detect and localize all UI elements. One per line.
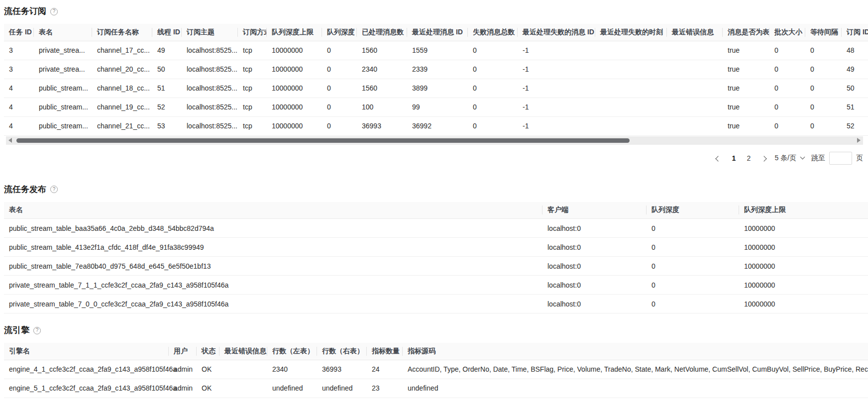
table-cell: 1560 [357,41,407,60]
table-cell: undefined [317,379,367,398]
table-cell: 49 [842,60,868,79]
chevron-right-icon [761,156,767,161]
table-cell: 0 [647,276,739,295]
table-cell: 1560 [357,79,407,98]
table-cell: AccountID, Type, OrderNo, Date, Time, BS… [403,360,868,379]
column-header: 行数（右表） [317,343,367,360]
table-cell: tcp [238,79,267,98]
horizontal-scrollbar[interactable] [6,136,863,145]
table-cell: 2340 [267,360,317,379]
table-cell: 99 [407,98,468,116]
table-cell: public_stream... [34,116,92,135]
column-header: 订阅任务名称 [92,24,152,41]
table-cell: 2339 [407,60,468,79]
table-cell: 52 [152,98,182,116]
column-header: 表名 [34,24,92,41]
table-cell: channel_17_cc... [92,41,152,60]
section-title-text: 流任务发布 [4,183,46,196]
engines-table-header-row: 引擎名用户状态最近错误信息行数（左表）行数（右表）指标数量指标源码 [4,343,868,360]
table-cell: 3899 [407,79,468,98]
table-cell: 0 [805,41,842,60]
table-cell: 0 [322,79,357,98]
table-row: 4public_stream...channel_18_cc...51local… [4,79,868,98]
table-cell: channel_18_cc... [92,79,152,98]
column-header: 订阅 ID [842,24,868,41]
column-header: 队列深度 [647,202,739,219]
table-cell: 4 [4,98,34,116]
scroll-right-icon[interactable] [857,138,861,143]
table-cell: 36992 [407,116,468,135]
question-circle-icon[interactable]: ? [33,327,41,334]
table-cell: 2340 [357,60,407,79]
table-cell: 0 [769,41,805,60]
table-cell: undefined [267,379,317,398]
table-cell: private_strea... [34,41,92,60]
table-cell [667,60,723,79]
table-cell: 10000000 [267,98,322,116]
table-cell: 36993 [317,360,367,379]
subscription-table: 任务 ID表名订阅任务名称线程 ID订阅主题订阅方式队列深度上限队列深度已处理消… [4,24,868,136]
table-cell: 10000000 [739,238,868,257]
column-header: 等待间隔 [805,24,842,41]
column-header: 引擎名 [4,343,169,360]
chevron-left-icon [716,156,721,161]
table-cell: localhost:0 [542,295,647,313]
prev-page-button[interactable] [715,154,723,162]
table-cell: 10000000 [267,79,322,98]
table-cell: 10000000 [739,219,868,238]
table-cell: localhost:0 [542,219,647,238]
table-cell: 3 [4,41,34,60]
publish-table-header-row: 表名客户端队列深度队列深度上限 [4,202,868,219]
page-jump: 跳至 页 [811,152,863,165]
pagination: 1 2 5 条/页 跳至 页 [4,151,868,165]
table-cell: 0 [769,116,805,135]
publish-table-container: 表名客户端队列深度队列深度上限 public_stream_table_baa3… [4,202,868,314]
table-row: 3private_strea...channel_17_cc...49local… [4,41,868,60]
column-header: 订阅方式 [238,24,267,41]
table-row: 4public_stream...channel_21_cc...53local… [4,116,868,135]
table-cell: 0 [322,116,357,135]
horizontal-scrollbar-thumb[interactable] [16,138,630,143]
table-cell [595,116,667,135]
jump-page-input[interactable] [829,152,852,165]
section-stream-engines: 流引擎 ? 引擎名用户状态最近错误信息行数（左表）行数（右表）指标数量指标源码 … [4,324,868,398]
page-button-1[interactable]: 1 [730,154,738,162]
table-cell: 0 [647,295,739,313]
table-cell: 3 [4,60,34,79]
next-page-button[interactable] [760,154,767,162]
table-cell: 24 [367,360,403,379]
table-cell: 0 [769,79,805,98]
page-size-select[interactable]: 5 条/页 [774,154,804,163]
table-cell: 51 [152,79,182,98]
table-cell: tcp [238,116,267,135]
page-button-2[interactable]: 2 [745,154,753,162]
column-header: 客户端 [542,202,647,219]
table-cell: 48 [842,41,868,60]
column-header: 表名 [4,202,542,219]
table-cell: private_strea... [34,60,92,79]
table-cell: engine_5_1_ccfe3c2f_ccaa_2fa9_c143_a958f… [4,379,169,398]
table-cell: public_stream... [34,98,92,116]
question-circle-icon[interactable]: ? [50,186,58,193]
table-cell [667,98,723,116]
table-cell: 50 [152,60,182,79]
table-row: public_stream_table_413e2f1a_cfdc_418f_d… [4,238,868,257]
question-circle-icon[interactable]: ? [50,8,58,15]
table-cell: true [723,41,769,60]
table-cell: 0 [322,41,357,60]
scroll-left-icon[interactable] [8,138,12,143]
table-cell: public_stream_table_413e2f1a_cfdc_418f_d… [4,238,542,257]
table-cell [667,79,723,98]
table-cell [595,79,667,98]
table-cell: true [723,116,769,135]
column-header: 任务 ID [4,24,34,41]
section-title-text: 流引擎 [4,324,29,337]
table-cell: channel_21_cc... [92,116,152,135]
table-cell: 10000000 [267,41,322,60]
table-cell: 0 [468,116,518,135]
table-cell: true [723,98,769,116]
column-header: 最近处理失败的消息 ID [518,24,595,41]
subscription-table-container: 任务 ID表名订阅任务名称线程 ID订阅主题订阅方式队列深度上限队列深度已处理消… [4,24,868,136]
table-cell: 0 [647,238,739,257]
table-cell: channel_20_cc... [92,60,152,79]
